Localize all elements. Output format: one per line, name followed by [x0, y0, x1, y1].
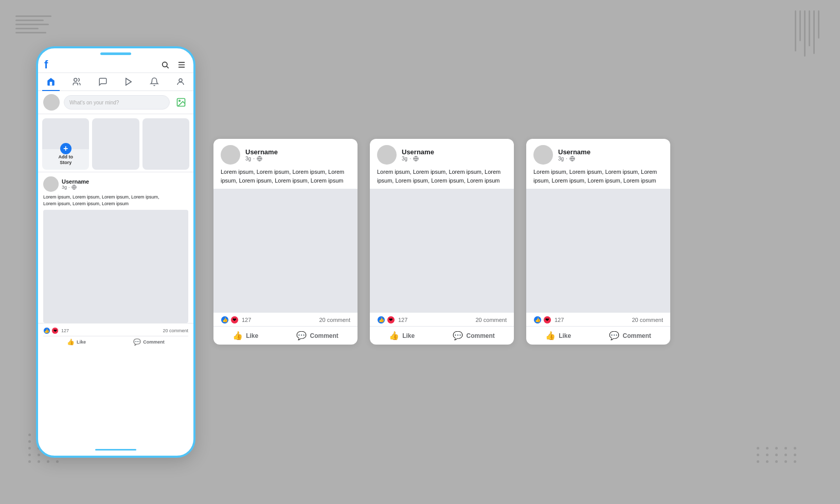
card-1-comment-button[interactable]: 💬 Comment — [296, 331, 338, 340]
post-card-3: Username 3g · Lorem ipsum, Lorem ipsum, … — [526, 139, 670, 345]
card-2-comment-button[interactable]: 💬 Comment — [453, 331, 494, 340]
like-reaction: 👍 — [43, 327, 50, 334]
dot-grid-bottom-right — [757, 447, 799, 463]
decorative-lines-top-right — [795, 10, 819, 57]
comment-button[interactable]: 💬 Comment — [133, 338, 165, 346]
bg-line — [15, 15, 51, 17]
card-2-stats: 👍 ❤ 127 20 comment — [370, 312, 514, 326]
bg-vline — [804, 10, 806, 57]
card-3-reaction-count: 127 — [555, 317, 564, 323]
add-story-label: Add toStory — [58, 154, 73, 166]
phone-post: Username 3g · Lorem ipsum, Lorem ipsum, … — [38, 172, 193, 323]
card-3-username: Username — [558, 148, 591, 156]
card-1-header: Username 3g · — [213, 139, 358, 168]
heart-reaction: ❤ — [51, 327, 59, 334]
like-button[interactable]: 👍 Like — [67, 338, 86, 346]
nav-item-profile[interactable] — [172, 75, 189, 88]
card-2-user-info: Username 3g · — [402, 148, 434, 161]
reaction-icons: 👍 ❤ 127 — [43, 327, 69, 334]
composer-input[interactable]: What's on your mind? — [64, 95, 170, 110]
svg-line-1 — [167, 66, 169, 68]
card-2-reactions: 👍 ❤ 127 — [377, 316, 407, 324]
phone-content: f — [38, 55, 193, 445]
card-3-comment-button[interactable]: 💬 Comment — [609, 331, 651, 340]
bg-vline — [818, 10, 819, 39]
card-1-actions: 👍 Like 💬 Comment — [213, 326, 358, 345]
search-icon[interactable] — [159, 59, 171, 70]
bg-line — [15, 28, 39, 29]
post-card-1: Username 3g · Lorem ipsum, Lorem ipsum, … — [213, 139, 358, 345]
card-3-header: Username 3g · — [526, 139, 670, 168]
phone-mockup: f — [36, 46, 195, 458]
bg-vline — [809, 10, 810, 46]
phone-bottom-bar — [38, 445, 193, 456]
card-1-avatar — [221, 145, 240, 165]
card-2-heart-reaction: ❤ — [387, 316, 395, 324]
facebook-header: f — [38, 55, 193, 73]
card-2-like-button[interactable]: 👍 Like — [389, 331, 415, 340]
nav-item-friends[interactable] — [68, 75, 85, 88]
card-2-avatar — [377, 145, 397, 165]
post-image — [43, 210, 188, 323]
card-1-heart-reaction: ❤ — [230, 316, 239, 324]
card-1-meta: 3g · — [245, 156, 278, 161]
post-avatar — [43, 176, 59, 192]
card-1-image — [213, 189, 358, 312]
card-2-reaction-count: 127 — [398, 317, 407, 323]
decorative-lines-top-left — [15, 15, 51, 33]
composer-avatar — [43, 94, 60, 111]
card-1-like-icon: 👍 — [233, 331, 243, 340]
comment-count: 20 comment — [163, 328, 188, 333]
card-3-like-button[interactable]: 👍 Like — [545, 331, 571, 340]
nav-item-notifications[interactable] — [146, 75, 163, 88]
post-actions: 👍 Like 💬 Comment — [43, 336, 188, 347]
card-2-header: Username 3g · — [370, 139, 514, 168]
bg-vline — [813, 10, 815, 54]
photo-button[interactable] — [174, 95, 188, 110]
svg-point-5 — [74, 78, 77, 81]
card-3-like-reaction: 👍 — [533, 316, 542, 324]
svg-point-0 — [163, 62, 167, 67]
card-2-comment-icon: 💬 — [453, 331, 463, 340]
svg-point-9 — [179, 100, 181, 102]
header-icons — [159, 59, 187, 70]
card-1-stats: 👍 ❤ 127 20 comment — [213, 312, 358, 326]
card-2-comment-count: 20 comment — [475, 317, 507, 323]
posts-grid: Username 3g · Lorem ipsum, Lorem ipsum, … — [213, 139, 670, 345]
card-3-text: Lorem ipsum, Lorem ipsum, Lorem ipsum, L… — [526, 168, 670, 189]
card-1-comment-icon: 💬 — [296, 331, 307, 340]
card-2-image — [370, 189, 514, 312]
post-user-info: Username 3g · — [62, 178, 188, 190]
card-1-like-reaction: 👍 — [221, 316, 229, 324]
bg-line — [15, 32, 46, 33]
card-3-actions: 👍 Like 💬 Comment — [526, 326, 670, 345]
nav-item-watch[interactable] — [120, 75, 137, 88]
menu-icon[interactable] — [176, 59, 187, 70]
home-indicator — [95, 449, 136, 451]
card-1-text: Lorem ipsum, Lorem ipsum, Lorem ipsum, L… — [213, 168, 358, 189]
facebook-logo: f — [44, 58, 48, 71]
add-story-plus-icon: + — [60, 143, 72, 154]
nav-item-home[interactable] — [42, 75, 60, 88]
reaction-count: 127 — [61, 328, 69, 333]
add-story-card[interactable]: + Add toStory — [42, 118, 89, 170]
post-stats: 👍 ❤ 127 20 comment — [43, 326, 188, 336]
card-3-reactions: 👍 ❤ 127 — [533, 316, 564, 324]
card-3-user-info: Username 3g · — [558, 148, 591, 161]
card-3-like-icon: 👍 — [545, 331, 556, 340]
nav-item-messenger[interactable] — [94, 75, 112, 88]
post-card-2: Username 3g · Lorem ipsum, Lorem ipsum, … — [370, 139, 514, 345]
post-meta: 3g · — [62, 185, 188, 190]
svg-point-7 — [179, 79, 182, 82]
card-2-username: Username — [402, 148, 434, 156]
stories-section: + Add toStory — [38, 114, 193, 172]
story-card-1[interactable] — [92, 118, 139, 170]
card-1-like-button[interactable]: 👍 Like — [233, 331, 258, 340]
card-1-reaction-count: 127 — [242, 317, 251, 323]
story-card-2[interactable] — [142, 118, 189, 170]
card-2-like-icon: 👍 — [389, 331, 399, 340]
bg-vline — [799, 10, 801, 41]
card-2-meta: 3g · — [402, 156, 434, 161]
card-2-like-reaction: 👍 — [377, 316, 385, 324]
card-3-avatar — [533, 145, 553, 165]
